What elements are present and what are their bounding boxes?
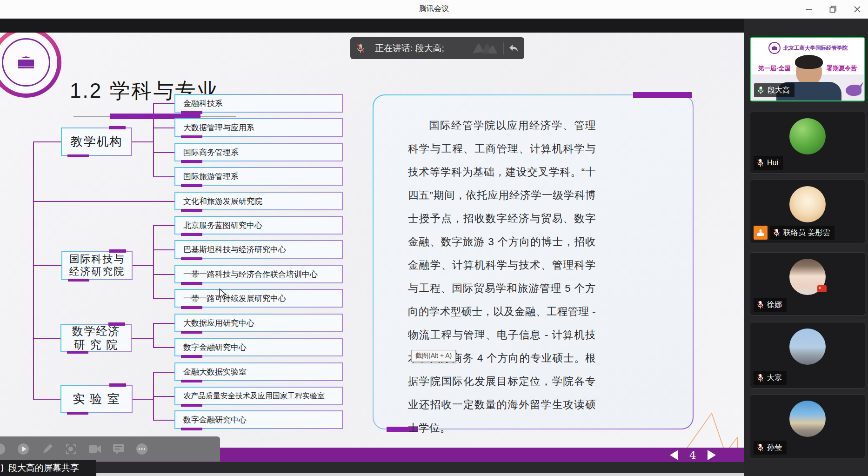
participant-name: 徐娜 xyxy=(767,300,782,310)
reply-arrow-icon[interactable] xyxy=(508,44,519,53)
camera-icon[interactable] xyxy=(88,443,101,456)
university-logo xyxy=(0,33,61,98)
window-bottom-edge xyxy=(40,473,744,476)
connector-line xyxy=(153,225,174,226)
connector-line xyxy=(132,141,154,142)
presentation-toolbar xyxy=(0,436,220,462)
minimize-button[interactable] xyxy=(803,3,815,15)
org-child-box: 大数据管理与应用系 xyxy=(174,118,343,137)
connector-line xyxy=(153,298,174,299)
connector-line xyxy=(33,141,34,400)
connector-line xyxy=(33,265,61,266)
person-head xyxy=(796,57,822,86)
minimize-icon xyxy=(805,6,813,13)
screenshot-tooltip: 截图(Alt + A) xyxy=(411,350,456,362)
org-child-box: 国际商务管理系 xyxy=(174,143,343,161)
panel-accent-bar xyxy=(633,92,692,98)
org-child-box: 数字金融研究中心 xyxy=(174,410,343,429)
avatar xyxy=(789,118,826,154)
org-child-label: 一带一路科技与经济合作联合培训中心 xyxy=(183,269,318,280)
participant-video-tile[interactable]: 孙莹 xyxy=(750,394,865,458)
tencent-meeting-window: 腾讯会议 1.2 学科与专业 xyxy=(0,0,868,476)
org-child-box: 金融科技系 xyxy=(174,94,343,113)
connector-line xyxy=(153,176,174,177)
org-child-label: 大数据应用研究中心 xyxy=(183,318,254,329)
laser-icon[interactable] xyxy=(65,443,77,456)
close-icon xyxy=(854,6,861,13)
org-parent-box: 实 验 室 xyxy=(60,385,133,413)
comment-icon[interactable] xyxy=(112,443,125,456)
connector-line xyxy=(153,323,154,348)
connector-line xyxy=(153,323,174,324)
org-parent-box: 国际科技与 经济研究院 xyxy=(61,251,133,280)
participant-name-chip: 段大高 xyxy=(754,83,795,97)
mic-muted-icon xyxy=(757,159,764,167)
org-child-label: 数字金融研究中心 xyxy=(183,415,247,425)
org-child-label: 巴基斯坦科技与经济研究中心 xyxy=(183,244,286,255)
org-child-box: 巴基斯坦科技与经济研究中心 xyxy=(174,240,343,259)
org-child-label: 一带一路可持续发展研究中心 xyxy=(183,293,286,304)
university-seal-icon xyxy=(2,38,50,87)
mouse-cursor xyxy=(219,288,227,300)
restore-button[interactable] xyxy=(827,3,839,15)
connector-line xyxy=(33,399,60,400)
video-banner-line1: 北京工商大学国际经管学院 xyxy=(783,45,848,52)
participant-name: Hui xyxy=(767,159,778,167)
connector-line xyxy=(153,274,174,275)
mic-muted-icon xyxy=(757,443,764,452)
participant-video-tile[interactable]: 联络员 姜彤雲 xyxy=(750,180,865,243)
connector-line xyxy=(33,201,174,202)
participant-name-chip: 联络员 姜彤雲 xyxy=(770,226,835,240)
screen-share-text: 段大高的屏幕共享 xyxy=(8,462,79,474)
shared-slide: 1.2 学科与专业 教学机构 国际科技与 xyxy=(0,33,744,476)
org-child-box: 北京服务蓝图研究中心 xyxy=(174,216,343,235)
participant-video-tile[interactable]: 大寒 xyxy=(750,322,865,389)
window-chrome-strip xyxy=(0,19,868,33)
org-child-label: 国际旅游管理系 xyxy=(183,171,239,182)
org-parent-label: 数学经济 研 究 院 xyxy=(72,325,120,352)
participant-video-tile[interactable]: 北京工商大学国际经管学院 第一届·全国 署期夏令营 2 段大高 xyxy=(750,37,865,101)
connector-line xyxy=(153,103,154,177)
connector-line xyxy=(153,127,174,128)
connector-line xyxy=(153,152,174,153)
play-icon[interactable] xyxy=(17,443,30,456)
partial-icon[interactable] xyxy=(0,443,6,456)
avatar xyxy=(789,401,826,437)
mic-muted-icon xyxy=(773,228,780,237)
pen-icon[interactable] xyxy=(41,443,53,456)
connector-line xyxy=(33,338,60,339)
org-child-box: 一带一路科技与经济合作联合培训中心 xyxy=(174,265,343,283)
close-button[interactable] xyxy=(851,3,863,15)
participant-name: 段大高 xyxy=(768,86,790,95)
participant-video-tile[interactable]: 徐娜 xyxy=(750,252,865,315)
page-number: 4 xyxy=(689,449,696,461)
more-icon[interactable] xyxy=(136,443,148,456)
next-slide-button[interactable] xyxy=(708,450,716,460)
participant-video-tile[interactable]: Hui xyxy=(750,112,865,174)
org-parent-label: 教学机构 xyxy=(71,134,123,149)
org-parent-label: 国际科技与 经济研究院 xyxy=(69,253,125,278)
org-child-box: 大数据应用研究中心 xyxy=(174,314,343,332)
participant-name-chip: 孙莹 xyxy=(754,441,787,455)
mic-muted-icon xyxy=(757,374,764,382)
avatar xyxy=(789,329,826,365)
previous-slide-button[interactable] xyxy=(670,450,678,460)
speaking-text: 正在讲话: 段大高; xyxy=(375,42,444,54)
speaking-indicator-banner: 正在讲话: 段大高; xyxy=(350,37,524,59)
org-child-label: 金融大数据实验室 xyxy=(183,367,247,377)
connector-line xyxy=(153,347,174,348)
org-parent-box: 教学机构 xyxy=(61,127,132,156)
org-parent-label: 实 验 室 xyxy=(73,392,120,406)
participant-name-chip: 徐娜 xyxy=(754,298,787,312)
intro-text-panel: 国际经管学院以应用经济学、管理科学与工程、工商管理、计算机科学与技术等学科为基础… xyxy=(373,94,694,429)
speaker-icon xyxy=(0,463,4,473)
window-title: 腾讯会议 xyxy=(419,4,449,14)
restore-icon xyxy=(829,6,837,13)
contact-person-badge xyxy=(754,226,768,240)
org-child-label: 国际商务管理系 xyxy=(183,147,239,158)
participant-name: 孙莹 xyxy=(767,443,782,453)
org-child-label: 数字金融研究中心 xyxy=(183,342,247,353)
connector-line xyxy=(153,225,154,299)
avatar xyxy=(789,186,826,222)
org-child-box: 农产品质量安全技术及应用国家工程实验室 xyxy=(174,387,343,405)
